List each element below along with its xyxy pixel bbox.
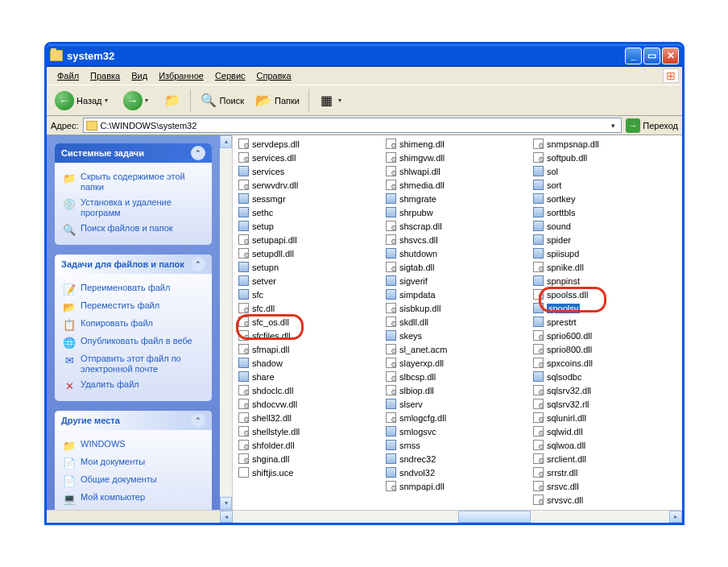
chevron-down-icon[interactable]: ▾: [105, 97, 113, 104]
task-search-files[interactable]: 🔍Поиск файлов и папок: [63, 221, 204, 238]
file-item[interactable]: sound: [531, 219, 678, 233]
task-move[interactable]: 📂Переместить файл: [63, 298, 204, 316]
file-item[interactable]: sisbkup.dll: [383, 301, 531, 315]
task-copy[interactable]: 📋Копировать файл: [63, 316, 204, 333]
search-button[interactable]: 🔍 Поиск: [196, 89, 248, 112]
file-item[interactable]: simpdata: [383, 288, 531, 301]
file-item[interactable]: sqlsodbc: [531, 370, 678, 383]
file-item[interactable]: sqlwoa.dll: [531, 438, 678, 452]
menu-help[interactable]: Справка: [251, 69, 297, 82]
file-item[interactable]: smlogcfg.dll: [383, 411, 531, 424]
file-item[interactable]: spnpinst: [531, 274, 678, 288]
file-item[interactable]: shscrap.dll: [383, 219, 531, 233]
file-item[interactable]: sl_anet.acm: [383, 342, 531, 356]
file-item[interactable]: shutdown: [383, 246, 531, 260]
file-item[interactable]: sqlunirl.dll: [531, 411, 678, 424]
file-item[interactable]: spxcoins.dll: [531, 356, 678, 370]
file-item[interactable]: snmpapi.dll: [383, 479, 531, 493]
file-item[interactable]: services: [236, 164, 383, 178]
scroll-up-button[interactable]: ▴: [220, 135, 232, 148]
file-item[interactable]: shiftjis.uce: [236, 466, 383, 479]
place-shareddocs[interactable]: 📄Общие документы: [63, 472, 204, 490]
file-item[interactable]: setupapi.dll: [236, 233, 383, 246]
minimize-button[interactable]: _: [625, 48, 642, 64]
file-item[interactable]: shdocvw.dll: [236, 397, 383, 411]
place-mycomputer[interactable]: 💻Мой компьютер: [63, 490, 204, 507]
folders-button[interactable]: 📂 Папки: [250, 89, 304, 112]
file-item[interactable]: spider: [531, 233, 678, 246]
file-item[interactable]: sortkey: [531, 192, 678, 205]
chevron-down-icon[interactable]: ▾: [338, 97, 346, 104]
file-item[interactable]: spoolss.dll: [531, 288, 678, 301]
file-item[interactable]: smss: [383, 438, 531, 452]
file-item[interactable]: slbiop.dll: [383, 383, 531, 397]
file-item[interactable]: softpub.dll: [531, 151, 678, 164]
file-item[interactable]: setver: [236, 274, 383, 288]
panel-header[interactable]: Системные задачи ⌃: [55, 143, 212, 163]
titlebar[interactable]: system32 _ ▭ ✕: [47, 44, 682, 67]
file-item[interactable]: sessmgr: [236, 192, 383, 205]
address-input[interactable]: C:\WINDOWS\system32 ▾: [83, 118, 623, 133]
file-item[interactable]: sndvol32: [383, 466, 531, 479]
file-item[interactable]: sprio800.dll: [531, 342, 678, 356]
file-item[interactable]: srvsvc.dll: [531, 493, 678, 507]
up-button[interactable]: 📁: [159, 89, 185, 112]
place-windows[interactable]: 📁WINDOWS: [63, 437, 204, 454]
menu-view[interactable]: Вид: [126, 69, 153, 82]
file-item[interactable]: shmgrate: [383, 192, 531, 205]
chevron-down-icon[interactable]: ▾: [145, 97, 153, 104]
vertical-scrollbar[interactable]: ▴ ▾: [220, 135, 233, 510]
panel-header[interactable]: Задачи для файлов и папок ⌃: [55, 255, 212, 274]
file-item[interactable]: shell32.dll: [236, 411, 383, 424]
file-item[interactable]: sethc: [236, 205, 383, 219]
task-publish[interactable]: 🌐Опубликовать файл в вебе: [63, 333, 204, 351]
address-dropdown[interactable]: ▾: [607, 122, 618, 130]
file-item[interactable]: share: [236, 370, 383, 383]
task-email[interactable]: ✉Отправить этот файл по электронной почт…: [63, 351, 204, 377]
file-item[interactable]: skdll.dll: [383, 315, 531, 329]
back-button[interactable]: ← Назад ▾: [51, 89, 117, 113]
file-item[interactable]: services.dll: [236, 151, 383, 164]
file-item[interactable]: sigverif: [383, 274, 531, 288]
file-item[interactable]: shmedia.dll: [383, 178, 531, 192]
task-rename[interactable]: 📝Переименовать файл: [63, 280, 204, 298]
file-item[interactable]: spnike.dll: [531, 260, 678, 274]
file-item[interactable]: sfc: [236, 288, 383, 301]
file-item[interactable]: snmpsnap.dll: [531, 137, 678, 151]
forward-button[interactable]: → ▾: [119, 89, 157, 113]
file-item[interactable]: sndrec32: [383, 452, 531, 466]
scroll-left-button[interactable]: ◂: [220, 511, 233, 523]
file-item[interactable]: setupdll.dll: [236, 246, 383, 260]
scroll-right-button[interactable]: ▸: [669, 511, 682, 523]
menu-favorites[interactable]: Избранное: [153, 69, 209, 82]
file-item[interactable]: sqlwid.dll: [531, 424, 678, 438]
file-item[interactable]: shlwapi.dll: [383, 164, 531, 178]
task-hide-contents[interactable]: 📁Скрыть содержимое этой папки: [63, 169, 204, 195]
file-item[interactable]: sfmapi.dll: [236, 342, 383, 356]
task-add-remove[interactable]: 💿Установка и удаление программ: [63, 195, 204, 221]
file-item[interactable]: skeys: [383, 329, 531, 342]
file-item[interactable]: setupn: [236, 260, 383, 274]
views-button[interactable]: ▦ ▾: [314, 89, 350, 112]
file-item[interactable]: serwvdrv.dll: [236, 178, 383, 192]
panel-header[interactable]: Другие места ⌃: [55, 411, 212, 430]
menu-edit[interactable]: Правка: [85, 69, 126, 82]
file-item[interactable]: shellstyle.dll: [236, 424, 383, 438]
file-item[interactable]: sfcfiles.dll: [236, 329, 383, 342]
file-item[interactable]: shgina.dll: [236, 452, 383, 466]
file-item[interactable]: srsvc.dll: [531, 479, 678, 493]
file-item[interactable]: sfc_os.dll: [236, 315, 383, 329]
file-item[interactable]: spiisupd: [531, 246, 678, 260]
horizontal-scrollbar[interactable]: ◂ ▸: [47, 510, 682, 523]
file-item[interactable]: shimeng.dll: [383, 137, 531, 151]
file-item[interactable]: shimgvw.dll: [383, 151, 531, 164]
file-item[interactable]: sprio600.dll: [531, 329, 678, 342]
file-item[interactable]: sol: [531, 164, 678, 178]
close-button[interactable]: ✕: [662, 48, 679, 64]
file-item[interactable]: slbcsp.dll: [383, 370, 531, 383]
file-item[interactable]: sort: [531, 178, 678, 192]
file-item[interactable]: sqlsrv32.dll: [531, 383, 678, 397]
file-item[interactable]: servdeps.dll: [236, 137, 383, 151]
file-item[interactable]: smlogsvc: [383, 424, 531, 438]
menu-file[interactable]: Файл: [52, 69, 85, 82]
